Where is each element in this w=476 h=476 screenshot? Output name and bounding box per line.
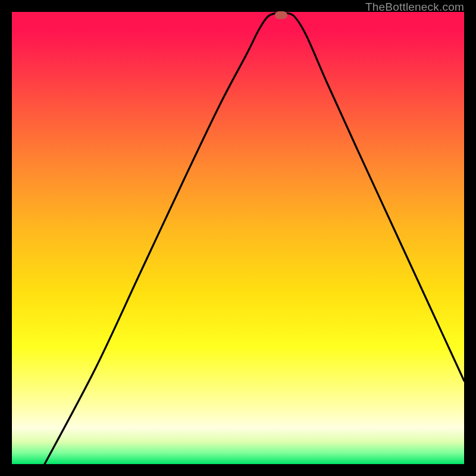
optimum-marker [275,11,287,19]
bottleneck-curve [12,12,464,464]
curve-path [45,12,464,464]
chart-frame [12,12,464,464]
attribution-text: TheBottleneck.com [365,1,464,14]
